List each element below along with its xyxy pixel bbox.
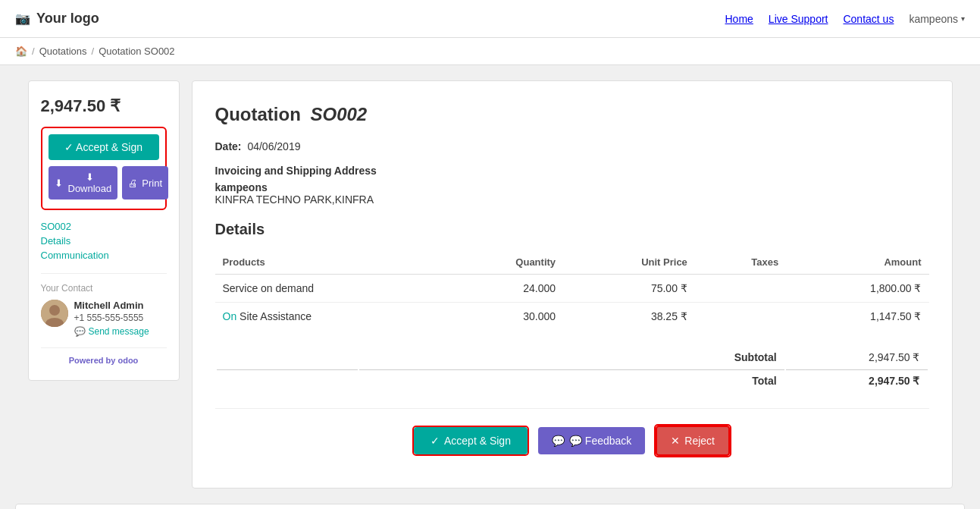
breadcrumb: 🏠 / Quotations / Quotation SO002 — [0, 38, 980, 65]
table-header: Products Quantity Unit Price Taxes Amoun… — [215, 250, 929, 275]
camera-icon: 📷 — [15, 11, 30, 26]
nav-home[interactable]: Home — [725, 13, 753, 25]
user-menu[interactable]: kampeons ▾ — [909, 13, 965, 25]
accept-button-wrapper: ✓ Accept & Sign — [412, 426, 529, 456]
feedback-icon: 💬 — [552, 435, 565, 447]
sidebar-link-so002[interactable]: SO002 — [41, 221, 167, 232]
sidebar-links: SO002 Details Communication — [41, 221, 167, 261]
powered-by: Powered by odoo — [41, 347, 167, 365]
sidebar-link-communication[interactable]: Communication — [41, 250, 167, 261]
reject-button[interactable]: ✕ Reject — [656, 426, 730, 456]
reject-label: Reject — [684, 435, 715, 447]
contact-details: Mitchell Admin +1 555-555-5555 💬 Send me… — [74, 300, 167, 337]
subtotal-value: 2,947.50 ₹ — [786, 347, 928, 368]
title-text: Quotation — [215, 104, 301, 124]
contact-label: Your Contact — [41, 283, 167, 294]
sep-1: / — [32, 46, 35, 57]
home-icon[interactable]: 🏠 — [15, 46, 27, 57]
contact-phone: +1 555-555-5555 — [74, 313, 167, 323]
send-message-link[interactable]: 💬 Send message — [74, 326, 167, 337]
feedback-button[interactable]: 💬 💬 Feedback — [538, 427, 645, 454]
total-value: 2,947.50 ₹ — [786, 369, 928, 391]
sep-2: / — [92, 46, 95, 57]
contact-name: Mitchell Admin — [74, 300, 167, 311]
username: kampeons — [909, 13, 958, 25]
subtotal-row: Subtotal 2,947.50 ₹ — [217, 347, 928, 368]
table-row: Service on demand 24.000 75.00 ₹ 1,800.0… — [215, 275, 929, 303]
powered-label: Powered by — [69, 356, 116, 365]
nav-live-support[interactable]: Live Support — [769, 13, 828, 25]
total-label: Total — [359, 369, 784, 391]
taxes-1 — [695, 275, 786, 303]
table-body: Service on demand 24.000 75.00 ₹ 1,800.0… — [215, 275, 929, 331]
accept-sign-button-bottom[interactable]: ✓ Accept & Sign — [414, 427, 528, 454]
subtotal-label: Subtotal — [359, 347, 784, 368]
meta-date: Date: 04/06/2019 — [215, 140, 929, 152]
product-suffix-2: Site Assistance — [240, 310, 312, 322]
breadcrumb-current: Quotation SO002 — [99, 46, 174, 57]
date-label: Date: — [215, 140, 242, 152]
message-label: Send message — [89, 326, 149, 337]
totals-table: Subtotal 2,947.50 ₹ Total 2,947.50 ₹ — [215, 345, 929, 393]
brand-name: Your logo — [36, 11, 99, 27]
shipping-address: KINFRA TECHNO PARK,KINFRA — [215, 193, 929, 206]
product-name-2: On Site Assistance — [215, 303, 445, 331]
secondary-actions: ⬇ ⬇ Download 🖨 Print — [49, 166, 159, 200]
total-row: Total 2,947.50 ₹ — [217, 369, 928, 391]
date-value: 04/06/2019 — [247, 140, 300, 152]
accept-sign-button-sidebar[interactable]: ✓ Accept & Sign — [49, 134, 159, 160]
contact-section: Your Contact Mitchell Admin — [41, 273, 167, 365]
total-price: 2,947.50 ₹ — [41, 96, 167, 116]
breadcrumb-quotations[interactable]: Quotations — [39, 46, 87, 57]
reject-icon: ✕ — [671, 435, 680, 447]
reject-button-wrapper: ✕ Reject — [654, 424, 731, 457]
contact-info: Mitchell Admin +1 555-555-5555 💬 Send me… — [41, 300, 167, 337]
product-prefix-2: On — [223, 310, 237, 322]
action-box: ✓ Accept & Sign ⬇ ⬇ Download 🖨 Print — [41, 127, 167, 210]
caret-icon: ▾ — [961, 14, 965, 23]
message-icon: 💬 — [74, 326, 86, 337]
navbar: 📷 Your logo Home Live Support Contact us… — [0, 0, 980, 38]
avatar-img — [41, 300, 68, 327]
col-taxes: Taxes — [695, 250, 786, 275]
quantity-1: 24.000 — [444, 275, 563, 303]
shipping-name: kampeons — [215, 181, 929, 193]
col-amount: Amount — [786, 250, 928, 275]
amount-1: 1,800.00 ₹ — [786, 275, 928, 303]
download-label: ⬇ Download — [68, 171, 112, 194]
avatar — [41, 300, 68, 327]
svg-point-1 — [49, 305, 60, 316]
title-italic: SO002 — [310, 104, 367, 124]
download-button[interactable]: ⬇ ⬇ Download — [49, 166, 118, 200]
accept-label-bottom: Accept & Sign — [444, 435, 511, 447]
table-row: On Site Assistance 30.000 38.25 ₹ 1,147.… — [215, 303, 929, 331]
nav-contact-us[interactable]: Contact us — [843, 13, 894, 25]
unit-price-2: 38.25 ₹ — [563, 303, 695, 331]
print-label: Print — [142, 178, 162, 189]
quantity-2: 30.000 — [444, 303, 563, 331]
download-icon: ⬇ — [55, 178, 63, 189]
bottom-actions: ✓ Accept & Sign 💬 💬 Feedback ✕ Reject — [215, 408, 929, 465]
amount-2: 1,147.50 ₹ — [786, 303, 928, 331]
sidebar-link-details[interactable]: Details — [41, 235, 167, 247]
content-panel: Quotation SO002 Date: 04/06/2019 Invoici… — [192, 80, 953, 489]
col-quantity: Quantity — [444, 250, 563, 275]
feedback-label: 💬 Feedback — [569, 435, 631, 447]
sidebar: 2,947.50 ₹ ✓ Accept & Sign ⬇ ⬇ Download … — [28, 80, 180, 381]
powered-brand: odoo — [117, 356, 138, 365]
print-icon: 🖨 — [128, 178, 138, 189]
unit-price-1: 75.00 ₹ — [563, 275, 695, 303]
product-name-1: Service on demand — [215, 275, 445, 303]
taxes-2 — [695, 303, 786, 331]
shipping-title: Invoicing and Shipping Address — [215, 165, 929, 177]
details-heading: Details — [215, 221, 929, 238]
print-button[interactable]: 🖨 Print — [122, 166, 168, 200]
products-table: Products Quantity Unit Price Taxes Amoun… — [215, 250, 929, 330]
quotation-title: Quotation SO002 — [215, 104, 929, 125]
shipping-section: Invoicing and Shipping Address kampeons … — [215, 165, 929, 206]
col-products: Products — [215, 250, 445, 275]
accept-icon-bottom: ✓ — [431, 435, 440, 447]
col-unit-price: Unit Price — [563, 250, 695, 275]
brand: 📷 Your logo — [15, 11, 99, 27]
